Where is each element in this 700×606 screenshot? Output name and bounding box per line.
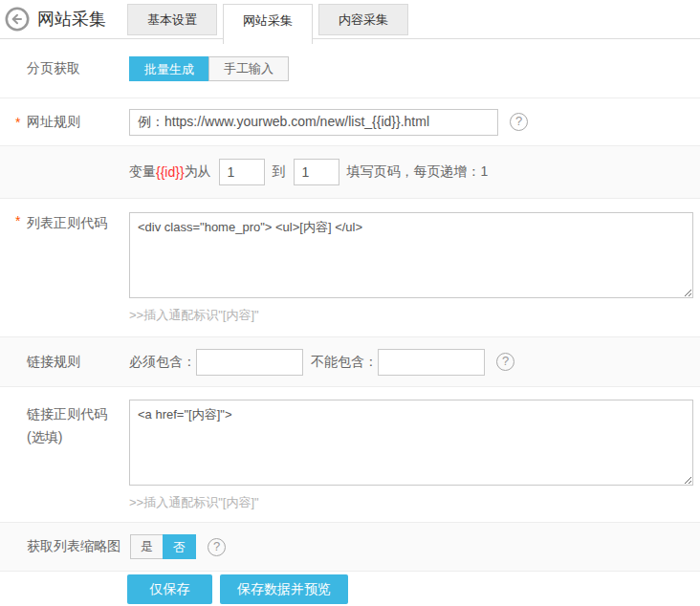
must-contain-label: 必须包含：	[129, 354, 196, 371]
variable-to-input[interactable]	[294, 159, 339, 185]
save-only-button[interactable]: 仅保存	[127, 574, 212, 604]
required-mark: *	[15, 213, 20, 228]
page-title: 网站采集	[37, 8, 106, 31]
save-and-preview-button[interactable]: 保存数据并预览	[220, 574, 348, 604]
row-pagination: 分页获取 批量生成 手工输入	[0, 39, 700, 98]
tab-bar: 基本设置 网站采集 内容采集	[127, 4, 408, 44]
tab-content-collect[interactable]: 内容采集	[318, 4, 408, 35]
thumbnail-option-no[interactable]: 否	[163, 534, 196, 559]
must-contain-input[interactable]	[196, 349, 303, 376]
row-actions: 仅保存 保存数据并预览	[0, 572, 700, 604]
link-regex-textarea[interactable]: <a href="[内容]">	[129, 400, 693, 486]
row-variable-range: 变量{{id}}为从 到 填写页码，每页递增：1	[0, 146, 700, 199]
not-contain-input[interactable]	[378, 349, 485, 376]
link-regex-insert-token-link[interactable]: >>插入通配标识"[内容]"	[129, 494, 259, 511]
url-rule-help-icon[interactable]: ?	[510, 113, 528, 131]
tab-basic-settings[interactable]: 基本设置	[127, 4, 217, 35]
list-regex-insert-token-link[interactable]: >>插入通配标识"[内容]"	[129, 307, 259, 324]
pagination-option-manual[interactable]: 手工输入	[208, 56, 289, 81]
link-rule-label: 链接规则	[0, 354, 129, 371]
pagination-toggle: 批量生成 手工输入	[129, 56, 289, 81]
row-link-rule: 链接规则 必须包含： 不能包含： ?	[0, 337, 700, 387]
row-list-regex: * 列表正则代码 <div class="home_pro"> <ul>[内容]…	[0, 199, 700, 337]
row-link-regex: 链接正则代码 (选填) <a href="[内容]"> >>插入通配标识"[内容…	[0, 387, 700, 523]
url-rule-label: * 网址规则	[0, 114, 129, 131]
list-regex-label: * 列表正则代码	[0, 212, 129, 232]
list-regex-textarea[interactable]: <div class="home_pro"> <ul>[内容] </ul>	[129, 212, 693, 298]
thumbnail-label: 获取列表缩略图	[0, 538, 130, 555]
url-rule-input[interactable]	[129, 109, 498, 136]
row-url-rule: * 网址规则 ?	[0, 98, 700, 146]
thumbnail-toggle: 是 否	[130, 534, 196, 559]
page-header: 网站采集 基本设置 网站采集 内容采集	[0, 0, 700, 39]
link-regex-label: 链接正则代码 (选填)	[0, 400, 129, 448]
required-mark: *	[15, 115, 20, 130]
link-regex-sublabel: (选填)	[27, 425, 129, 448]
pagination-label: 分页获取	[0, 60, 129, 77]
row-thumbnail: 获取列表缩略图 是 否 ?	[0, 523, 700, 572]
variable-text-after: 填写页码，每页递增：1	[347, 163, 489, 181]
variable-text-before: 变量	[129, 163, 156, 181]
pagination-option-batch[interactable]: 批量生成	[129, 56, 209, 81]
tab-site-collect[interactable]: 网站采集	[223, 4, 313, 44]
link-rule-help-icon[interactable]: ?	[496, 353, 514, 371]
variable-to-text: 到	[273, 163, 286, 181]
variable-token: {{id}}	[156, 164, 185, 180]
not-contain-label: 不能包含：	[311, 354, 378, 371]
back-arrow-icon[interactable]	[5, 7, 30, 32]
thumbnail-option-yes[interactable]: 是	[130, 534, 164, 559]
variable-text-mid: 为从	[185, 163, 211, 181]
thumbnail-help-icon[interactable]: ?	[208, 538, 226, 556]
variable-from-input[interactable]	[219, 159, 265, 185]
